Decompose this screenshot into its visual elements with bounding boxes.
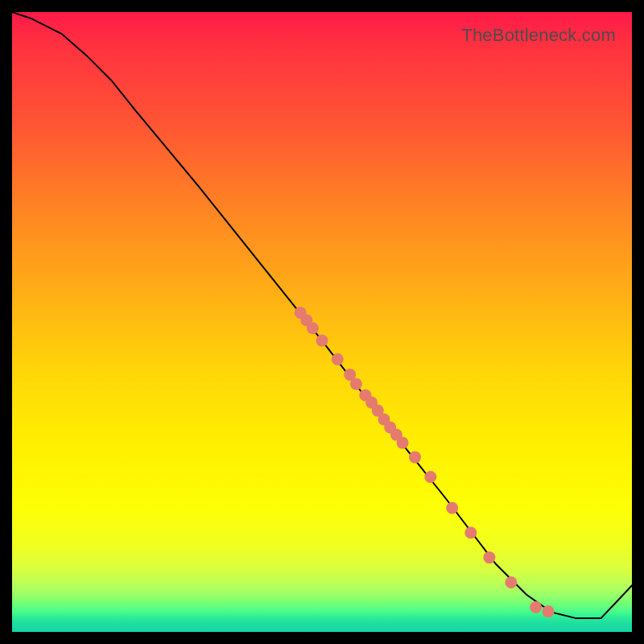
scatter-point bbox=[316, 335, 328, 347]
chart-svg bbox=[12, 12, 632, 632]
scatter-point bbox=[446, 502, 458, 514]
scatter-point bbox=[307, 322, 319, 334]
bottleneck-curve bbox=[12, 12, 632, 618]
scatter-points bbox=[295, 307, 555, 617]
scatter-point bbox=[350, 378, 362, 390]
scatter-point bbox=[483, 551, 495, 564]
chart-container: TheBottleneck.com bbox=[0, 0, 644, 644]
scatter-point bbox=[530, 601, 542, 613]
plot-area: TheBottleneck.com bbox=[12, 12, 632, 632]
scatter-point bbox=[409, 451, 421, 463]
scatter-point bbox=[332, 353, 344, 365]
scatter-point bbox=[397, 437, 409, 449]
scatter-point bbox=[424, 471, 436, 483]
scatter-point bbox=[464, 526, 477, 539]
scatter-point bbox=[543, 605, 555, 617]
scatter-point bbox=[505, 576, 517, 588]
